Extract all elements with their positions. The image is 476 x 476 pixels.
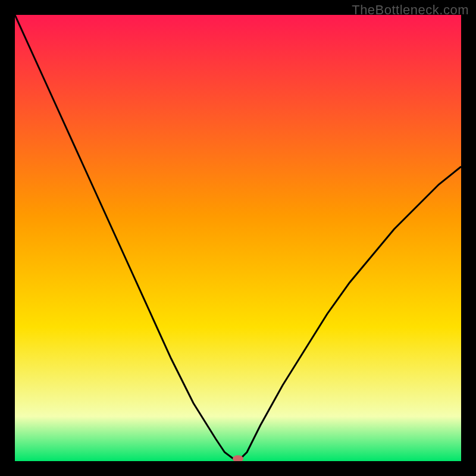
gradient-background xyxy=(15,15,461,461)
plot-area xyxy=(15,15,461,461)
chart-outer: TheBottleneck.com xyxy=(0,0,476,476)
watermark-text: TheBottleneck.com xyxy=(352,2,469,18)
chart-svg xyxy=(15,15,461,461)
